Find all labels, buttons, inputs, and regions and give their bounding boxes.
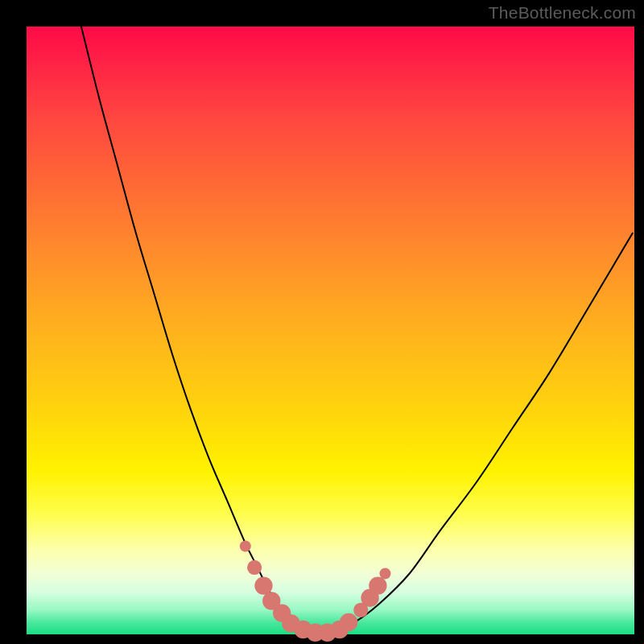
plot-area [27, 27, 634, 634]
watermark-text: TheBottleneck.com [489, 3, 636, 23]
highlight-dot [369, 576, 386, 594]
highlight-dots [240, 541, 391, 642]
highlight-dot [254, 576, 272, 594]
curve-svg [27, 27, 634, 634]
highlight-dot [247, 560, 262, 575]
highlight-dot [240, 541, 251, 552]
highlight-dot [340, 613, 357, 631]
chart-frame: TheBottleneck.com [0, 0, 644, 644]
highlight-dot [379, 568, 390, 580]
bottleneck-curve [81, 27, 633, 636]
